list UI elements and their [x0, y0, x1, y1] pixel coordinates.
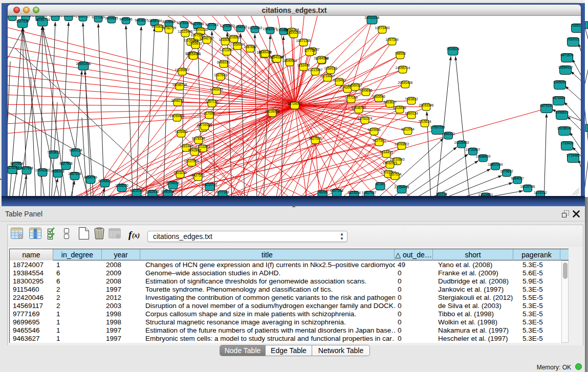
- svg-text:7663822: 7663822: [47, 150, 60, 154]
- svg-text:10210643: 10210643: [390, 158, 405, 161]
- svg-text:9699695: 9699695: [105, 16, 118, 20]
- svg-text:2935114: 2935114: [571, 24, 581, 27]
- svg-text:20206535: 20206535: [227, 35, 242, 39]
- svg-text:8990448: 8990448: [161, 190, 175, 193]
- svg-text:9227343: 9227343: [373, 139, 386, 142]
- svg-text:1097349: 1097349: [385, 38, 399, 41]
- svg-text:127753: 127753: [304, 49, 315, 52]
- svg-text:2867608: 2867608: [68, 172, 81, 176]
- svg-text:9827508: 9827508: [309, 137, 322, 140]
- svg-text:8427552: 8427552: [191, 173, 205, 177]
- svg-text:7955812: 7955812: [189, 41, 202, 45]
- svg-text:6794028: 6794028: [166, 181, 180, 185]
- svg-text:14055714: 14055714: [35, 18, 50, 21]
- svg-text:10648784: 10648784: [147, 19, 162, 23]
- svg-text:12213967: 12213967: [220, 48, 234, 52]
- svg-text:1733426: 1733426: [560, 141, 574, 145]
- svg-text:1362615: 1362615: [146, 190, 159, 193]
- svg-text:10210643: 10210643: [248, 26, 263, 30]
- svg-text:7986322: 7986322: [442, 132, 455, 136]
- svg-text:8938923: 8938923: [555, 111, 569, 114]
- svg-text:1167534: 1167534: [389, 172, 402, 176]
- svg-text:13524851: 13524851: [478, 193, 493, 196]
- svg-text:21364436: 21364436: [395, 185, 409, 189]
- svg-text:9146821: 9146821: [98, 179, 112, 183]
- svg-text:23226058: 23226058: [8, 166, 20, 169]
- svg-text:6479197: 6479197: [540, 104, 553, 107]
- svg-text:8186328: 8186328: [51, 169, 64, 173]
- svg-text:15751074: 15751074: [177, 21, 192, 25]
- svg-text:16210722: 16210722: [203, 183, 217, 186]
- svg-text:9327508: 9327508: [59, 162, 73, 165]
- svg-text:19654943: 19654943: [186, 52, 201, 56]
- svg-text:3624554: 3624554: [347, 191, 361, 194]
- svg-text:7515524: 7515524: [418, 120, 431, 123]
- svg-text:20691406: 20691406: [76, 62, 91, 65]
- svg-text:10654112: 10654112: [558, 65, 573, 69]
- svg-text:9777169: 9777169: [92, 16, 105, 19]
- svg-text:2803144: 2803144: [173, 171, 187, 174]
- svg-text:7625402: 7625402: [175, 130, 188, 134]
- svg-text:9860124: 9860124: [405, 112, 418, 115]
- svg-text:9084067: 9084067: [511, 177, 524, 180]
- svg-text:10543382: 10543382: [270, 55, 285, 59]
- svg-text:8186328: 8186328: [258, 50, 272, 54]
- svg-text:9699695: 9699695: [359, 89, 373, 92]
- svg-text:1152408: 1152408: [297, 63, 310, 67]
- svg-text:15692971: 15692971: [383, 161, 398, 165]
- svg-text:19384554: 19384554: [18, 16, 33, 17]
- svg-text:9777169: 9777169: [216, 190, 229, 194]
- svg-text:1588520: 1588520: [115, 184, 128, 187]
- svg-text:3267130: 3267130: [205, 100, 219, 103]
- svg-text:12213363: 12213363: [195, 145, 210, 148]
- svg-text:18640910: 18640910: [282, 59, 297, 62]
- svg-text:8912954: 8912954: [10, 162, 24, 165]
- svg-text:22420046: 22420046: [61, 16, 76, 17]
- svg-text:16782759: 16782759: [162, 26, 177, 30]
- svg-text:9115460: 9115460: [333, 78, 346, 82]
- svg-text:16046738: 16046738: [172, 83, 187, 86]
- svg-text:12323446: 12323446: [178, 30, 193, 33]
- svg-text:18724007: 18724007: [320, 74, 335, 78]
- svg-text:9465546: 9465546: [119, 17, 133, 21]
- svg-text:10973493: 10973493: [375, 26, 390, 30]
- svg-text:1615152: 1615152: [534, 191, 547, 194]
- svg-text:28053346: 28053346: [365, 16, 380, 19]
- svg-text:9329906: 9329906: [367, 128, 381, 132]
- svg-text:28053346: 28053346: [419, 103, 434, 107]
- svg-text:18300295: 18300295: [287, 31, 301, 34]
- svg-text:10688609: 10688609: [476, 155, 491, 158]
- svg-text:6466161: 6466161: [217, 60, 230, 64]
- svg-text:20691406: 20691406: [398, 81, 413, 84]
- svg-text:8454749: 8454749: [84, 176, 97, 179]
- svg-text:5716485: 5716485: [567, 154, 580, 157]
- svg-text:16120746: 16120746: [520, 185, 535, 188]
- svg-text:12213967: 12213967: [308, 68, 323, 72]
- svg-text:62160: 62160: [376, 182, 385, 186]
- svg-text:17957253: 17957253: [430, 125, 445, 129]
- svg-text:1527602: 1527602: [214, 73, 227, 77]
- svg-text:8912954: 8912954: [401, 127, 415, 131]
- svg-text:9115460: 9115460: [49, 16, 62, 17]
- svg-text:18724007: 18724007: [288, 102, 302, 105]
- svg-text:9242848: 9242848: [188, 148, 201, 152]
- svg-text:1691440: 1691440: [180, 144, 193, 148]
- svg-text:9245052: 9245052: [553, 80, 567, 84]
- svg-text:12342737: 12342737: [200, 36, 214, 40]
- svg-text:9474444: 9474444: [552, 96, 565, 100]
- svg-text:15692971: 15692971: [263, 27, 278, 31]
- svg-text:14055714: 14055714: [396, 66, 410, 70]
- svg-text:16107554: 16107554: [184, 159, 199, 163]
- svg-text:12093872: 12093872: [395, 142, 409, 146]
- svg-text:8215958: 8215958: [393, 106, 406, 110]
- svg-text:15751074: 15751074: [358, 117, 373, 120]
- svg-text:1440935: 1440935: [210, 87, 223, 91]
- svg-text:1075692: 1075692: [500, 169, 513, 173]
- svg-text:23226058: 23226058: [265, 110, 280, 113]
- svg-text:10807487: 10807487: [362, 191, 377, 194]
- svg-text:2087682: 2087682: [244, 45, 257, 49]
- svg-text:15720407: 15720407: [466, 148, 481, 151]
- svg-text:8471676: 8471676: [560, 53, 574, 57]
- svg-text:10671355: 10671355: [296, 39, 311, 42]
- svg-text:1244415: 1244415: [380, 150, 393, 154]
